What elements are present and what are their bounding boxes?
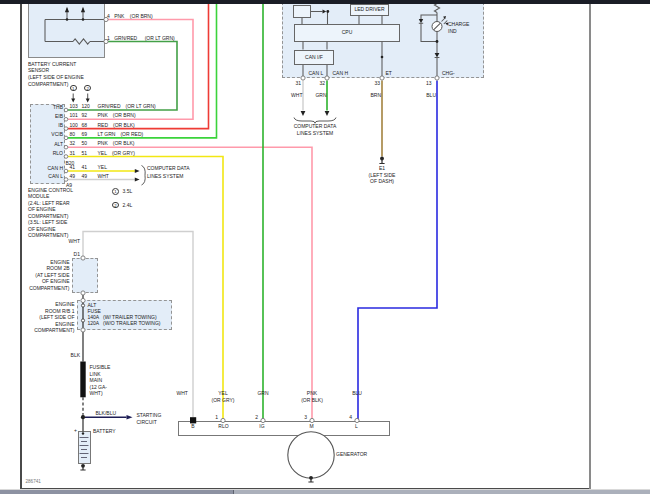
battery-current-sensor-internals bbox=[45, 7, 108, 44]
ecm-title-line: COMPARTMENT) bbox=[28, 233, 68, 238]
generator-terminal-label: B bbox=[188, 424, 198, 429]
sensor-title-line: BATTERY CURRENT bbox=[28, 62, 76, 67]
sensor-pin1-row: 1 GRN/RED (OR LT GRN) bbox=[107, 36, 175, 41]
sensor-title-line: SENSOR bbox=[28, 68, 49, 73]
engine-room-rb1-label: (LEFT SIDE OF bbox=[25, 315, 75, 320]
fuse-terminal bbox=[81, 319, 84, 322]
wire-color-alt: (OR LT GRN) bbox=[126, 103, 156, 109]
wire-color: GRN bbox=[251, 391, 275, 396]
shunt-resistor-symbol bbox=[73, 39, 90, 44]
wire-color-alt: (OR GRY) bbox=[112, 150, 135, 156]
generator-pin-number: 1 bbox=[210, 415, 218, 420]
computer-data-lines-label: LINES SYSTEM bbox=[290, 131, 340, 136]
ecm-pin-label: RLO bbox=[30, 151, 63, 156]
ecm-pin-label: EIB bbox=[30, 114, 63, 119]
ecm-row-values: 4949WHT bbox=[70, 174, 109, 179]
computer-data-lines-label: LINES SYSTEM bbox=[147, 174, 183, 179]
sensor-pin4-row: 4 PNK (OR BRN) bbox=[107, 14, 153, 19]
wire-color: WHT bbox=[177, 391, 188, 396]
wire-alt-pnk bbox=[68, 147, 312, 420]
pin-35l: 103 bbox=[70, 104, 82, 109]
wire-thb-grn-red bbox=[68, 42, 177, 111]
wire-color: GRN bbox=[315, 93, 327, 98]
pin-35l: 49 bbox=[70, 174, 82, 179]
fusible-link-label: WHT) bbox=[90, 391, 103, 396]
diode-icon bbox=[419, 19, 423, 23]
battery-symbol bbox=[80, 432, 89, 470]
charge-ind-label: CHARGE bbox=[448, 22, 469, 27]
meter-pin-33 bbox=[380, 76, 384, 80]
charge-resistor-symbol bbox=[434, 4, 439, 22]
wire-color-alt: (OR GRY) bbox=[209, 398, 238, 403]
wire-color: RED bbox=[98, 122, 109, 128]
variant-1-icon: 1 bbox=[70, 85, 77, 92]
meter-pin-label: CAN H bbox=[333, 71, 349, 76]
wire-color: GRN/RED bbox=[98, 103, 121, 109]
battery-plus-sign: + bbox=[74, 428, 77, 433]
generator-pin-number: 4 bbox=[344, 415, 352, 420]
wiring-diagram-window: LED DRIVER CPU CAN I/F bbox=[0, 0, 650, 494]
generator-terminal-label: IG bbox=[254, 424, 270, 429]
wire-color-alt: (OR BLK) bbox=[113, 122, 135, 128]
scrollbar-segment-right[interactable] bbox=[234, 490, 650, 494]
wire-color-alt: (OR BLK) bbox=[113, 140, 135, 146]
meter-pin-number: 32 bbox=[315, 81, 325, 86]
engine-room-rb1-label: COMPARTMENT) bbox=[25, 328, 75, 333]
wire-color-alt: (OR RED) bbox=[120, 131, 143, 137]
variant-1-icon: 1 bbox=[112, 188, 119, 195]
meter-internals bbox=[301, 4, 448, 81]
wire-l-blu bbox=[358, 81, 437, 421]
diagram-id: 286741 bbox=[26, 479, 41, 484]
meter-pin-32 bbox=[325, 76, 329, 80]
arrow-icon bbox=[323, 9, 327, 13]
e1-ground-symbol bbox=[379, 157, 384, 164]
ecm-row-values: 10192PNK(OR BRN) bbox=[70, 113, 136, 118]
pin-number: 4 bbox=[107, 13, 110, 19]
pin-24l: 50 bbox=[82, 141, 98, 146]
scrollbar-segment-left[interactable] bbox=[0, 490, 233, 494]
brace-icon bbox=[142, 166, 146, 186]
pin-number: 1 bbox=[107, 35, 110, 41]
ecm-title-line: MODULE bbox=[28, 194, 49, 199]
wire-color-alt: (OR BLK) bbox=[298, 398, 327, 403]
pin-35l: 80 bbox=[70, 132, 82, 137]
meter-pin-label: CHG- bbox=[442, 71, 455, 76]
starting-circuit-label: STARTING bbox=[137, 413, 162, 418]
generator-terminal-label: RLO bbox=[213, 424, 234, 429]
meter-pin-number: 33 bbox=[370, 81, 380, 86]
wire-color-alt: (OR LT GRN) bbox=[145, 35, 175, 41]
wire-color: WHT bbox=[66, 239, 80, 244]
generator-terminal-label: L bbox=[351, 424, 362, 429]
fusible-link-label: FUSIBLE bbox=[90, 365, 111, 370]
ecm-pins bbox=[64, 108, 68, 181]
engine-room-2b-label: ROOM 2B bbox=[25, 266, 70, 271]
variant-1-label: 3.5L bbox=[123, 189, 133, 194]
pin-35l: 101 bbox=[70, 113, 82, 118]
ecm-row-values: 3250PNK(OR BLK) bbox=[70, 141, 135, 146]
wire-color: PNK bbox=[98, 140, 108, 146]
ecm-row-values: 103120GRN/RED(OR LT GRN) bbox=[70, 104, 156, 109]
sensor-title-line: COMPARTMENT) bbox=[28, 82, 68, 87]
generator-terminal-label: M bbox=[306, 424, 317, 429]
wire-color: PNK bbox=[98, 112, 108, 118]
ecm-pin-label: ALT bbox=[30, 142, 63, 147]
meter-pin-13 bbox=[435, 76, 439, 80]
meter-pin-number: 31 bbox=[291, 81, 301, 86]
wire-color: BLU bbox=[345, 391, 369, 396]
ecm-title-line: OF ENGINE bbox=[28, 207, 56, 212]
wire-color: YEL bbox=[98, 150, 107, 156]
diode-icon bbox=[435, 53, 440, 58]
pin-35l: 100 bbox=[70, 123, 82, 128]
wire-color: BRN bbox=[369, 93, 381, 98]
wire-color: PNK bbox=[300, 391, 324, 396]
d1-connector-pin bbox=[81, 256, 85, 260]
pin-24l: 51 bbox=[82, 151, 98, 156]
ecm-pin-label: VCIB bbox=[30, 132, 63, 137]
fusible-link-label: MAIN bbox=[90, 378, 103, 383]
ground-e1-label: E1 bbox=[362, 166, 402, 171]
generator-circle bbox=[288, 432, 334, 478]
charge-ind-label: IND bbox=[448, 29, 457, 34]
meter-pin-number: 13 bbox=[422, 81, 432, 86]
meter-pin-31 bbox=[301, 76, 305, 80]
wire-color: YEL bbox=[211, 391, 235, 396]
